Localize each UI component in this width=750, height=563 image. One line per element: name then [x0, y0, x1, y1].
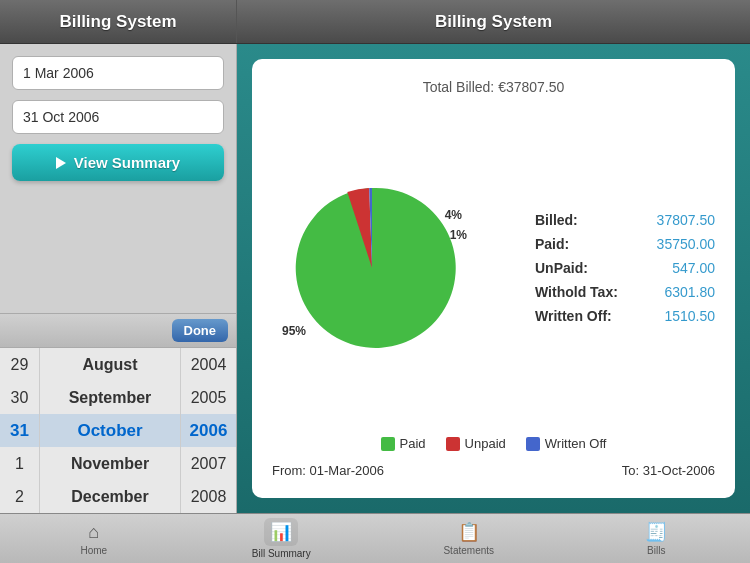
- picker-year-column[interactable]: 2004 2005 2006 2007 2008: [181, 348, 236, 513]
- tab-bar: ⌂ Home 📊 Bill Summary 📋 Statements 🧾 Bil…: [0, 513, 750, 563]
- play-icon: [56, 157, 66, 169]
- picker-done-button[interactable]: Done: [172, 319, 229, 342]
- summary-card: Total Billed: €37807.50: [252, 59, 735, 498]
- stat-withold-tax: Withold Tax: 6301.80: [535, 284, 715, 300]
- date-from-input[interactable]: [12, 56, 224, 90]
- date-to-label: To: 31-Oct-2006: [622, 463, 715, 478]
- stat-billed-label: Billed:: [535, 212, 578, 228]
- stats-area: Billed: 37807.50 Paid: 35750.00 UnPaid: …: [535, 212, 715, 324]
- date-range-bar: From: 01-Mar-2006 To: 31-Oct-2006: [272, 463, 715, 478]
- date-to-input[interactable]: [12, 100, 224, 134]
- picker-month-september[interactable]: September: [40, 381, 180, 414]
- legend-paid: Paid: [381, 436, 426, 451]
- header-left-title: Billing System: [59, 12, 176, 32]
- picker-year-2005[interactable]: 2005: [181, 381, 236, 414]
- stat-withold-tax-label: Withold Tax:: [535, 284, 618, 300]
- picker-year-2007[interactable]: 2007: [181, 447, 236, 480]
- header-left: Billing System: [0, 0, 237, 43]
- picker-month-column[interactable]: August September October November Decemb…: [40, 348, 181, 513]
- bill-summary-icon: 📊: [270, 522, 292, 542]
- picker-month-december[interactable]: December: [40, 480, 180, 513]
- pie-label-95pct: 95%: [282, 324, 306, 338]
- stat-written-off: Written Off: 1510.50: [535, 308, 715, 324]
- tab-bills-label: Bills: [647, 545, 665, 556]
- total-billed-title: Total Billed: €37807.50: [272, 79, 715, 95]
- tab-bill-summary-label: Bill Summary: [252, 548, 311, 559]
- header-bar: Billing System Billing System: [0, 0, 750, 44]
- picker-month-november[interactable]: November: [40, 447, 180, 480]
- stat-paid-label: Paid:: [535, 236, 569, 252]
- stat-billed: Billed: 37807.50: [535, 212, 715, 228]
- pie-paid-slice: [296, 188, 456, 348]
- picker-day-30[interactable]: 30: [0, 381, 39, 414]
- pie-chart-container: 95% 4% 1%: [272, 178, 472, 358]
- legend-area: Paid Unpaid Written Off: [272, 436, 715, 451]
- stat-paid: Paid: 35750.00: [535, 236, 715, 252]
- statements-icon: 📋: [458, 521, 480, 543]
- stat-unpaid: UnPaid: 547.00: [535, 260, 715, 276]
- pie-label-1pct: 1%: [450, 228, 467, 242]
- tab-home[interactable]: ⌂ Home: [0, 514, 188, 563]
- date-picker[interactable]: Done 29 30 31 1 2 August September Octob…: [0, 313, 236, 513]
- stat-billed-value: 37807.50: [657, 212, 715, 228]
- picker-year-2006[interactable]: 2006: [181, 414, 236, 447]
- picker-day-column[interactable]: 29 30 31 1 2: [0, 348, 40, 513]
- bills-icon: 🧾: [645, 521, 667, 543]
- picker-month-october[interactable]: October: [40, 414, 180, 447]
- picker-day-2[interactable]: 2: [0, 480, 39, 513]
- stat-paid-value: 35750.00: [657, 236, 715, 252]
- stat-unpaid-value: 547.00: [672, 260, 715, 276]
- left-panel: View Summary Done 29 30 31 1 2 August Se: [0, 44, 237, 513]
- tab-statements[interactable]: 📋 Statements: [375, 514, 563, 563]
- legend-unpaid-label: Unpaid: [465, 436, 506, 451]
- tab-home-label: Home: [80, 545, 107, 556]
- picker-day-1[interactable]: 1: [0, 447, 39, 480]
- date-from-label: From: 01-Mar-2006: [272, 463, 384, 478]
- header-right: Billing System: [237, 0, 750, 43]
- pie-label-4pct: 4%: [445, 208, 462, 222]
- legend-written-off-dot: [526, 437, 540, 451]
- legend-written-off-label: Written Off: [545, 436, 607, 451]
- chart-area: 95% 4% 1% Billed: 37807.50 Paid: 35750.0…: [272, 110, 715, 426]
- stat-written-off-label: Written Off:: [535, 308, 612, 324]
- legend-unpaid: Unpaid: [446, 436, 506, 451]
- picker-day-31[interactable]: 31: [0, 414, 39, 447]
- stat-written-off-value: 1510.50: [664, 308, 715, 324]
- home-icon: ⌂: [88, 522, 99, 543]
- tab-bills[interactable]: 🧾 Bills: [563, 514, 751, 563]
- legend-unpaid-dot: [446, 437, 460, 451]
- stat-unpaid-label: UnPaid:: [535, 260, 588, 276]
- tab-active-bg: 📊: [264, 518, 298, 546]
- main-content: View Summary Done 29 30 31 1 2 August Se: [0, 44, 750, 513]
- right-panel: Total Billed: €37807.50: [237, 44, 750, 513]
- picker-done-bar: Done: [0, 314, 236, 348]
- picker-year-2008[interactable]: 2008: [181, 480, 236, 513]
- picker-columns: 29 30 31 1 2 August September October No…: [0, 348, 236, 513]
- legend-paid-dot: [381, 437, 395, 451]
- view-summary-button[interactable]: View Summary: [12, 144, 224, 181]
- header-right-title: Billing System: [435, 12, 552, 32]
- tab-bill-summary[interactable]: 📊 Bill Summary: [188, 514, 376, 563]
- picker-day-29[interactable]: 29: [0, 348, 39, 381]
- picker-month-august[interactable]: August: [40, 348, 180, 381]
- legend-paid-label: Paid: [400, 436, 426, 451]
- stat-withold-tax-value: 6301.80: [664, 284, 715, 300]
- tab-statements-label: Statements: [443, 545, 494, 556]
- view-summary-label: View Summary: [74, 154, 180, 171]
- picker-year-2004[interactable]: 2004: [181, 348, 236, 381]
- legend-written-off: Written Off: [526, 436, 607, 451]
